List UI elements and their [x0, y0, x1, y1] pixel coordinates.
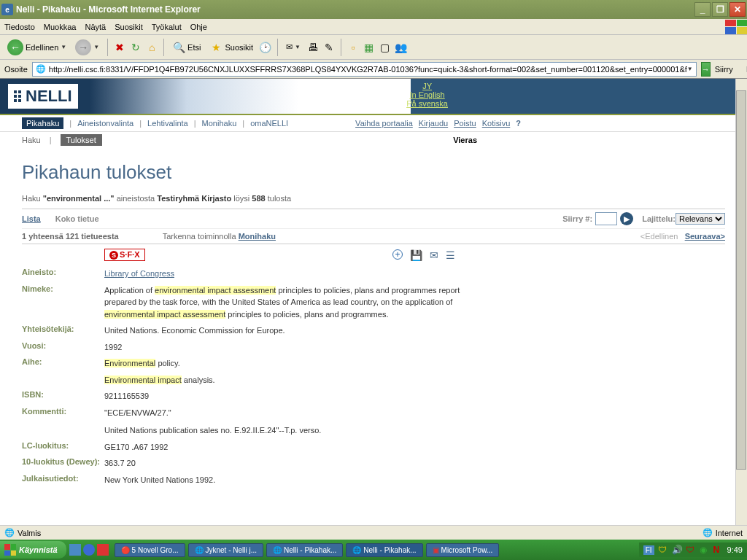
- history-button[interactable]: 🕑: [259, 41, 272, 54]
- lang-svenska[interactable]: På svenska: [406, 99, 448, 108]
- label-isbn: ISBN:: [22, 390, 104, 402]
- minimize-button[interactable]: _: [694, 2, 711, 17]
- label-aineisto: Aineisto:: [22, 268, 104, 280]
- task-nelli-2[interactable]: 🌐Nelli - Pikahak...: [346, 543, 422, 557]
- menu-view[interactable]: Näytä: [85, 23, 106, 31]
- link-poistu[interactable]: Poistu: [454, 119, 476, 128]
- toolbar: ← Edellinen ▼ → ▼ ✖ ↻ ⌂ 🔍 Etsi ★ Suosiki…: [0, 35, 747, 60]
- zone-text: Internet: [716, 529, 743, 537]
- tab-aineistonvalinta[interactable]: Aineistonvalinta: [77, 119, 133, 128]
- tray-shield-icon[interactable]: 🛡: [658, 545, 668, 555]
- messenger-button[interactable]: 👥: [395, 41, 408, 54]
- label-nimeke: Nimeke:: [22, 284, 104, 321]
- label-koko-tietue: Koko tietue: [55, 214, 99, 223]
- task-powerpoint[interactable]: ▣Microsoft Pow...: [426, 543, 500, 557]
- value-lc: GE170 .A67 1992: [104, 441, 168, 454]
- ppt-icon: ▣: [433, 546, 439, 554]
- tool-button-1[interactable]: ▫: [347, 41, 360, 54]
- nelli-logo[interactable]: NELLI: [7, 83, 79, 109]
- link-monihaku[interactable]: Monihaku: [239, 232, 276, 241]
- sfx-button[interactable]: SS·F·X: [104, 249, 145, 261]
- ql-desktop-icon[interactable]: [69, 544, 81, 556]
- controls-row: Lista Koko tietue Siirry #: ▶ Lajittelu:…: [22, 209, 725, 229]
- tray-app-icon[interactable]: ◉: [700, 545, 710, 555]
- forward-button[interactable]: → ▼: [72, 38, 102, 57]
- vertical-scrollbar[interactable]: [735, 79, 747, 525]
- link-kotisivu[interactable]: Kotisivu: [482, 119, 511, 128]
- lang-jy[interactable]: JY: [406, 82, 448, 90]
- label-siirry: Siirry #:: [562, 214, 592, 223]
- value-aihe: Environmental policy. Environmental impa…: [104, 357, 215, 386]
- ie-icon: 🌐: [273, 546, 282, 554]
- home-button[interactable]: ⌂: [145, 41, 158, 54]
- tab-omanelli[interactable]: omaNELLI: [250, 119, 288, 128]
- save-icon[interactable]: 💾: [410, 249, 422, 261]
- clock[interactable]: 9:49: [727, 545, 743, 554]
- mail-icon: ✉: [286, 42, 293, 52]
- app-icon: 🔴: [121, 546, 130, 554]
- email-icon[interactable]: ✉: [430, 249, 438, 261]
- chevron-down-icon[interactable]: ▼: [687, 66, 693, 72]
- system-tray: FI 🛡 🔊 🛡 ◉ N 9:49: [639, 542, 747, 557]
- tray-n-icon[interactable]: N: [713, 545, 724, 555]
- record-count: 1 yhteensä 121 tietueesta: [22, 232, 119, 241]
- edit-button[interactable]: ✎: [322, 41, 336, 54]
- sort-select[interactable]: Relevans: [676, 213, 725, 225]
- task-novell[interactable]: 🔴5 Novell Gro...: [115, 543, 185, 557]
- window-titlebar: e Nelli - Pikahaku - Microsoft Internet …: [0, 0, 747, 19]
- start-button[interactable]: Käynnistä: [0, 541, 66, 559]
- back-button[interactable]: ← Edellinen ▼: [4, 38, 69, 57]
- task-jyknet[interactable]: 🌐Jyknet - Nelli j...: [188, 543, 264, 557]
- close-button[interactable]: ✕: [729, 2, 746, 17]
- link-vaihda-portaalia[interactable]: Vaihda portaalia: [355, 119, 413, 128]
- refresh-button[interactable]: ↻: [129, 41, 142, 54]
- go-button[interactable]: →: [701, 62, 711, 77]
- list-icon[interactable]: ☰: [446, 249, 455, 261]
- menu-favorites[interactable]: Suosikit: [115, 23, 143, 31]
- tab-pikahaku[interactable]: Pikahaku: [22, 117, 63, 129]
- menu-file[interactable]: Tiedosto: [4, 23, 35, 31]
- lang-indicator[interactable]: FI: [643, 545, 654, 555]
- value-kommentti: "ECE/ENVWA/27." United Nations publicati…: [104, 407, 321, 437]
- tab-lehtivalinta[interactable]: Lehtivalinta: [147, 119, 188, 128]
- search-button[interactable]: 🔍 Etsi: [169, 39, 204, 55]
- goto-button[interactable]: ▶: [620, 212, 633, 225]
- back-arrow-icon: ←: [7, 39, 23, 55]
- windows-flag-icon: [4, 544, 16, 556]
- search-icon: 🔍: [172, 41, 185, 54]
- task-nelli-1[interactable]: 🌐Nelli - Pikahak...: [266, 543, 343, 557]
- tool-button-2[interactable]: ▦: [363, 41, 376, 54]
- next-link[interactable]: Seuraava>: [685, 232, 725, 241]
- link-lista[interactable]: Lista: [22, 214, 41, 223]
- page-title: Pikahaun tulokset: [22, 161, 725, 184]
- goto-input[interactable]: [595, 212, 617, 225]
- favorites-button[interactable]: ★ Suosikit: [206, 39, 256, 55]
- menu-edit[interactable]: Muokkaa: [44, 23, 77, 31]
- menubar: Tiedosto Muokkaa Näytä Suosikit Työkalut…: [0, 19, 747, 35]
- label-lc: LC-luokitus:: [22, 441, 104, 454]
- help-icon[interactable]: ?: [516, 119, 521, 128]
- add-icon[interactable]: +: [392, 249, 403, 260]
- address-input[interactable]: 🌐 http://nelli.csc.fi:8331/V/FFDP1Q4FB97…: [32, 62, 697, 77]
- subtab-haku[interactable]: Haku: [22, 136, 41, 144]
- tool-button-3[interactable]: ▢: [379, 41, 392, 54]
- tray-speaker-icon[interactable]: 🔊: [672, 545, 682, 555]
- stop-button[interactable]: ✖: [113, 41, 126, 54]
- tab-monihaku[interactable]: Monihaku: [202, 119, 237, 128]
- address-label: Osoite: [4, 65, 28, 74]
- subtab-tulokset[interactable]: Tulokset: [61, 134, 102, 146]
- value-aineisto[interactable]: Library of Congress: [104, 269, 174, 278]
- value-nimeke: Application of environmental impact asse…: [104, 284, 462, 321]
- menu-tools[interactable]: Työkalut: [152, 23, 182, 31]
- link-kirjaudu[interactable]: Kirjaudu: [419, 119, 448, 128]
- maximize-button[interactable]: ❐: [712, 2, 728, 17]
- ql-ie-icon[interactable]: [83, 544, 95, 556]
- mail-button[interactable]: ✉▼: [283, 41, 303, 53]
- print-button[interactable]: 🖶: [306, 41, 320, 54]
- menu-help[interactable]: Ohje: [190, 23, 207, 31]
- value-yhteisotekija: United Nations. Economic Commission for …: [104, 324, 285, 337]
- tray-shield-icon-2[interactable]: 🛡: [686, 545, 696, 555]
- go-label[interactable]: Siirry: [715, 65, 733, 74]
- lang-english[interactable]: In English: [406, 90, 448, 99]
- ql-app-icon[interactable]: [97, 544, 109, 556]
